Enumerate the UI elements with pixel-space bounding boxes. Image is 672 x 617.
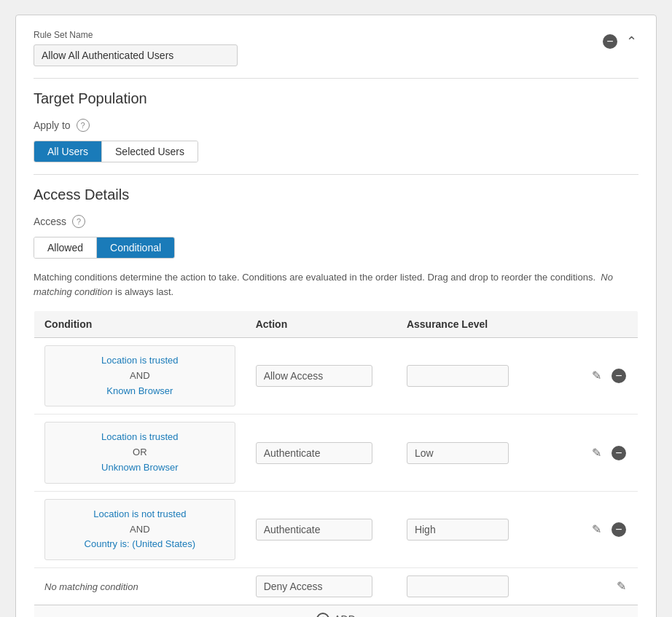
target-population-section: Target Population Apply to ? All Users S… [34, 90, 638, 162]
rule-set-section: Rule Set Name [34, 30, 601, 66]
controls-cell: ✎− [547, 491, 638, 567]
edit-button[interactable]: ✎ [590, 446, 603, 460]
condition-cell: Location is not trustedANDCountry is: (U… [34, 491, 246, 567]
row-icons: ✎− [558, 367, 628, 385]
condition-box: Location is trustedORUnknown Browser [44, 422, 235, 483]
apply-to-label: Apply to [34, 119, 71, 131]
condition-line: Location is trusted [57, 353, 223, 369]
condition-line: Known Browser [57, 384, 223, 399]
rule-set-label: Rule Set Name [34, 30, 601, 40]
allowed-button[interactable]: Allowed [34, 237, 97, 258]
row-icons: ✎− [558, 521, 628, 538]
remove-row-button[interactable]: − [610, 521, 628, 538]
condition-line: AND [57, 369, 223, 384]
rule-card: Rule Set Name − ⌃ Target Population Appl… [15, 15, 657, 617]
condition-cell: Location is trustedORUnknown Browser [34, 414, 246, 491]
edit-button[interactable]: ✎ [590, 522, 603, 537]
card-header: Rule Set Name − ⌃ [34, 30, 638, 66]
assurance-input[interactable] [407, 365, 509, 387]
remove-row-button[interactable]: − [610, 444, 628, 462]
action-cell [246, 568, 396, 605]
table-row: No matching condition✎ [34, 568, 638, 605]
minus-row-icon: − [612, 522, 626, 537]
add-button[interactable]: + ADD [316, 613, 356, 617]
assurance-input[interactable] [407, 519, 509, 541]
col-header-condition: Condition [34, 311, 246, 338]
controls-cell: ✎ [547, 568, 638, 605]
assurance-cell [396, 338, 547, 414]
conditions-info: Matching conditions determine the action… [34, 270, 638, 299]
access-details-section: Access Details Access ? Allowed Conditio… [34, 186, 638, 617]
controls-cell: ✎− [547, 338, 638, 414]
apply-to-row: Apply to ? [34, 119, 638, 132]
table-row: Location is trustedORUnknown Browser✎− [34, 414, 638, 491]
assurance-cell [396, 491, 547, 567]
table-row: Location is trustedANDKnown Browser✎− [34, 338, 638, 414]
condition-cell: Location is trustedANDKnown Browser [34, 338, 246, 414]
condition-line: Location is trusted [57, 430, 223, 445]
minus-row-icon: − [612, 369, 626, 383]
divider-1 [34, 78, 638, 79]
col-header-controls [547, 311, 638, 338]
condition-cell: No matching condition [34, 568, 246, 605]
access-details-title: Access Details [34, 186, 638, 203]
minus-row-icon: − [612, 446, 626, 460]
access-row: Access ? [34, 215, 638, 228]
table-row: Location is not trustedANDCountry is: (U… [34, 491, 638, 567]
row-icons: ✎ [558, 579, 628, 594]
collapse-button[interactable]: ⌃ [625, 34, 638, 50]
condition-box: Location is not trustedANDCountry is: (U… [44, 499, 235, 560]
action-input[interactable] [256, 365, 372, 387]
minus-circle-icon: − [603, 34, 617, 49]
apply-to-toggle-group: All Users Selected Users [34, 141, 198, 162]
condition-line: AND [57, 522, 223, 538]
target-population-title: Target Population [34, 90, 638, 107]
edit-button[interactable]: ✎ [590, 369, 603, 383]
table-header: Condition Action Assurance Level [34, 311, 638, 338]
access-toggle-group: Allowed Conditional [34, 237, 175, 259]
apply-to-help-icon[interactable]: ? [77, 119, 90, 132]
conditions-table: Condition Action Assurance Level Locatio… [34, 310, 638, 617]
remove-button[interactable]: − [601, 33, 619, 50]
action-input[interactable] [256, 519, 372, 541]
col-header-action: Action [246, 311, 396, 338]
condition-line: OR [57, 445, 223, 460]
condition-line: Unknown Browser [57, 460, 223, 476]
divider-2 [34, 174, 638, 175]
no-match-label: No matching condition [44, 581, 138, 592]
assurance-cell [396, 568, 547, 605]
header-icons: − ⌃ [601, 33, 638, 50]
action-input[interactable] [256, 575, 372, 597]
table-body: Location is trustedANDKnown Browser✎−Loc… [34, 338, 638, 605]
action-cell [246, 414, 396, 491]
conditional-button[interactable]: Conditional [97, 237, 174, 258]
row-icons: ✎− [558, 444, 628, 462]
add-row: + ADD [34, 605, 638, 617]
access-help-icon[interactable]: ? [72, 215, 85, 228]
assurance-input[interactable] [407, 442, 509, 464]
table-footer: + ADD [34, 605, 638, 617]
condition-box: Location is trustedANDKnown Browser [44, 345, 235, 406]
selected-users-button[interactable]: Selected Users [102, 141, 198, 162]
assurance-cell [396, 414, 547, 491]
assurance-input[interactable] [407, 575, 509, 597]
controls-cell: ✎− [547, 414, 638, 491]
edit-button[interactable]: ✎ [615, 579, 628, 594]
add-label: ADD [334, 613, 356, 617]
col-header-assurance: Assurance Level [396, 311, 547, 338]
remove-row-button[interactable]: − [610, 367, 628, 385]
plus-icon: + [316, 613, 329, 617]
condition-line: Location is not trusted [57, 507, 223, 522]
action-cell [246, 338, 396, 414]
all-users-button[interactable]: All Users [34, 141, 102, 162]
condition-line: Country is: (United States) [57, 537, 223, 552]
action-cell [246, 491, 396, 567]
action-input[interactable] [256, 442, 372, 464]
access-label: Access [34, 216, 66, 227]
rule-set-input[interactable] [34, 44, 238, 66]
